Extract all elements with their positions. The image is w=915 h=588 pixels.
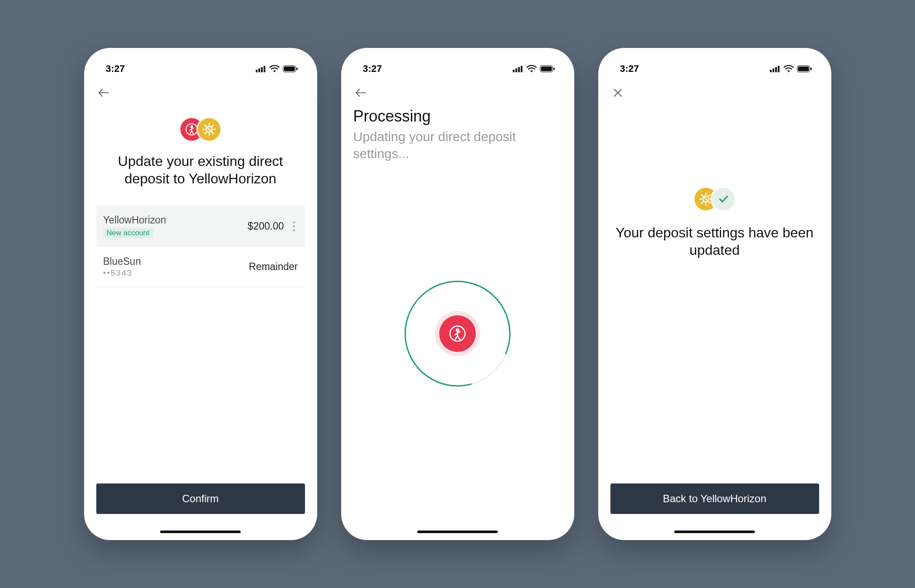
wifi-icon [783, 65, 794, 73]
home-indicator[interactable] [160, 531, 241, 533]
success-check-icon [711, 186, 736, 212]
loading-spinner [401, 277, 514, 390]
account-options-button[interactable] [290, 221, 298, 231]
cellular-icon [770, 65, 780, 72]
svg-rect-5 [284, 67, 295, 71]
account-list: YellowHorizon New account $200.00 BlueSu… [96, 206, 305, 287]
svg-rect-0 [256, 70, 258, 72]
brand-logo-pair [96, 117, 305, 142]
arrow-left-icon [98, 88, 109, 97]
svg-rect-36 [810, 68, 812, 70]
svg-line-15 [205, 125, 206, 126]
processing-title: Processing [353, 107, 562, 125]
wifi-icon [526, 65, 537, 73]
status-icons [513, 65, 555, 73]
account-row-new[interactable]: YellowHorizon New account $200.00 [96, 206, 305, 247]
target-brand-icon [197, 117, 222, 142]
nav-row [598, 82, 831, 104]
account-amount: Remainder [249, 261, 298, 273]
svg-rect-25 [553, 68, 555, 70]
back-to-app-button[interactable]: Back to YellowHorizon [610, 483, 819, 514]
account-row-existing[interactable]: BlueSun ••5343 Remainder [96, 247, 305, 287]
status-time: 3:27 [106, 63, 125, 74]
arrow-left-icon [355, 88, 366, 97]
svg-rect-19 [513, 70, 515, 72]
svg-rect-6 [296, 68, 298, 70]
svg-point-27 [401, 277, 514, 390]
battery-icon [283, 65, 298, 72]
spinner-ring-icon [401, 277, 514, 390]
battery-icon [797, 65, 812, 72]
back-button[interactable] [353, 85, 368, 100]
svg-line-44 [709, 202, 710, 203]
svg-rect-31 [773, 68, 774, 72]
svg-rect-30 [770, 70, 772, 72]
svg-line-18 [212, 125, 214, 126]
status-time: 3:27 [620, 63, 639, 74]
success-headline: Your deposit settings have been updated [610, 224, 819, 259]
battery-icon [540, 65, 555, 72]
svg-rect-32 [775, 67, 777, 72]
svg-line-16 [212, 132, 214, 134]
svg-rect-24 [541, 67, 552, 71]
status-bar: 3:27 [598, 56, 831, 82]
nav-row [84, 82, 317, 104]
account-name: YellowHorizon [103, 214, 248, 226]
phone-processing-screen: 3:27 Processing Updating your direct dep… [341, 48, 574, 540]
page-headline: Update your existing direct deposit to Y… [96, 152, 305, 187]
wifi-icon [269, 65, 280, 73]
svg-line-17 [205, 132, 206, 134]
svg-line-43 [702, 195, 703, 196]
svg-rect-2 [261, 67, 263, 72]
account-amount: $200.00 [247, 220, 284, 232]
new-account-badge: New account [103, 228, 153, 238]
status-icons [256, 65, 298, 73]
svg-line-45 [702, 202, 703, 203]
home-indicator[interactable] [674, 531, 755, 533]
spinner-container [353, 162, 562, 540]
home-indicator[interactable] [417, 531, 498, 533]
svg-line-46 [709, 195, 710, 196]
close-button[interactable] [610, 85, 625, 100]
success-block: Your deposit settings have been updated [610, 186, 819, 483]
back-button[interactable] [96, 85, 111, 100]
account-name: BlueSun [103, 256, 249, 267]
svg-rect-22 [521, 66, 522, 72]
svg-rect-20 [515, 68, 517, 72]
svg-rect-21 [518, 67, 520, 72]
account-mask: ••5343 [103, 268, 249, 278]
svg-rect-35 [798, 67, 809, 71]
status-time: 3:27 [363, 63, 382, 74]
confirm-button[interactable]: Confirm [96, 483, 305, 514]
status-icons [770, 65, 812, 73]
screen-content: Update your existing direct deposit to Y… [84, 104, 317, 483]
svg-rect-1 [258, 68, 260, 72]
svg-rect-3 [264, 66, 265, 72]
nav-row [341, 82, 574, 104]
status-bar: 3:27 [341, 56, 574, 82]
cellular-icon [256, 65, 266, 72]
success-logo-pair [693, 186, 736, 212]
screen-content: Processing Updating your direct deposit … [341, 104, 574, 540]
phone-success-screen: 3:27 Your deposit settings have been upd… [598, 48, 831, 540]
status-bar: 3:27 [84, 56, 317, 82]
cellular-icon [513, 65, 523, 72]
phone-update-screen: 3:27 Update your existing direct deposit… [84, 48, 317, 540]
screen-content: Your deposit settings have been updated [598, 104, 831, 483]
processing-subtitle: Updating your direct deposit settings... [353, 128, 562, 162]
svg-rect-33 [778, 66, 779, 72]
close-icon [613, 88, 623, 98]
